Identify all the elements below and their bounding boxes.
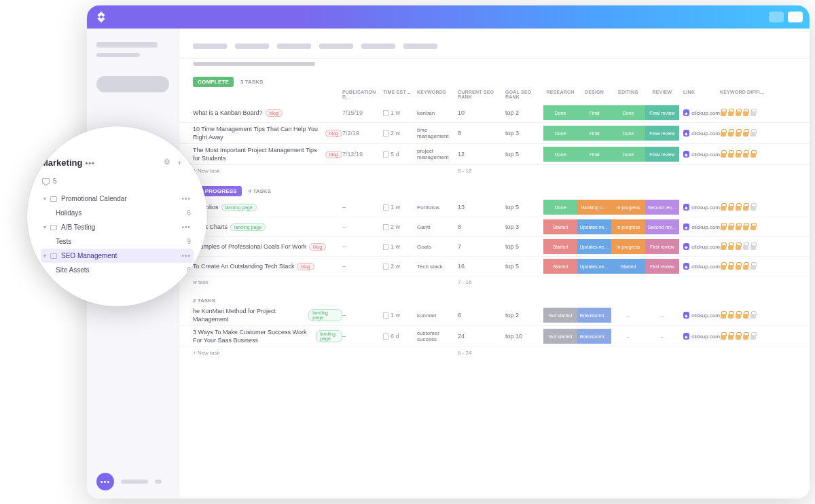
status-cell[interactable]: Updates ne… [577, 259, 611, 274]
seo-rank-cell[interactable]: 8 [458, 130, 505, 137]
task-tag[interactable]: landing page [316, 330, 342, 342]
seo-rank-cell[interactable]: 12 [458, 151, 505, 158]
publication-date[interactable]: – [342, 204, 383, 211]
link-cell[interactable]: ◆clickup.com [679, 312, 720, 319]
task-tag[interactable]: landing page [230, 223, 266, 231]
status-cell[interactable]: Final [577, 105, 611, 120]
keywords-cell[interactable]: Portfolios [417, 204, 458, 211]
sidebar-item[interactable]: ▾Promotional Calendar••• [41, 192, 194, 206]
status-cell[interactable]: Second rev… [645, 219, 679, 234]
status-cell[interactable]: – [645, 329, 679, 344]
space-title[interactable]: Marketing [41, 158, 82, 168]
status-cell[interactable]: In progress [611, 200, 645, 215]
group-status-label[interactable]: COMPLETE [193, 77, 234, 87]
time-estimate[interactable]: 2 w [383, 263, 417, 270]
goal-rank-cell[interactable]: top 2 [505, 109, 543, 116]
status-cell[interactable]: First review [645, 239, 679, 254]
more-icon[interactable]: ••• [181, 223, 191, 231]
status-cell[interactable]: Second rev… [645, 200, 679, 215]
status-cell[interactable]: Started [611, 259, 645, 274]
time-estimate[interactable]: 1 w [383, 312, 417, 319]
status-cell[interactable]: Updates ne… [577, 219, 611, 234]
chevron-down-icon[interactable]: ▾ [43, 196, 46, 202]
status-cell[interactable]: Done [611, 147, 645, 162]
status-cell[interactable]: First review [645, 259, 679, 274]
goal-rank-cell[interactable]: top 5 [505, 243, 543, 250]
chevron-down-icon[interactable]: ▾ [43, 253, 46, 259]
task-row[interactable]: he KonMari Method for Project Management… [179, 305, 810, 326]
status-cell[interactable]: – [611, 308, 645, 323]
publication-date[interactable]: 7/15/19 [342, 109, 383, 116]
time-estimate[interactable]: 6 d [383, 333, 417, 340]
task-tag[interactable]: landing page [221, 204, 257, 211]
status-cell[interactable]: Final review [645, 105, 679, 120]
link-cell[interactable]: ◆clickup.com [679, 263, 720, 270]
task-tag[interactable]: blog [297, 263, 314, 270]
task-row[interactable]: The Most Important Project Management Ti… [179, 144, 810, 165]
goal-rank-cell[interactable]: top 5 [505, 151, 543, 158]
publication-date[interactable]: – [342, 223, 383, 230]
task-tag[interactable]: blog [309, 243, 326, 251]
keywords-cell[interactable]: kanban [417, 110, 458, 116]
publication-date[interactable]: 7/2/19 [342, 130, 383, 137]
link-cell[interactable]: ◆clickup.com [679, 243, 720, 250]
link-cell[interactable]: ◆clickup.com [679, 151, 720, 158]
publication-date[interactable]: – [342, 333, 383, 340]
status-cell[interactable]: Updates ne… [577, 239, 611, 254]
time-estimate[interactable]: 5 d [383, 151, 417, 158]
new-task-button[interactable]: + New task [193, 168, 220, 174]
publication-date[interactable]: 7/12/19 [342, 151, 383, 158]
status-cell[interactable]: Started [543, 219, 577, 234]
status-cell[interactable]: Not started [543, 329, 577, 344]
chevron-down-icon[interactable]: ▾ [43, 224, 46, 230]
status-cell[interactable]: Working o… [577, 200, 611, 215]
keywords-cell[interactable]: project management [417, 148, 458, 160]
sidebar-item[interactable]: Holidays6 [41, 206, 194, 220]
goal-rank-cell[interactable]: top 3 [505, 223, 543, 230]
comments-row[interactable]: 5 [41, 175, 194, 192]
search-input[interactable] [96, 76, 169, 92]
task-row[interactable]: Examples of Professional Goals For Workb… [179, 237, 810, 257]
status-cell[interactable]: Final review [645, 147, 679, 162]
status-cell[interactable]: Final [577, 147, 611, 162]
keywords-cell[interactable]: Gantt [417, 224, 458, 230]
status-cell[interactable]: Done [611, 105, 645, 120]
time-estimate[interactable]: 2 w [383, 130, 417, 137]
sidebar-item[interactable]: Tests9 [41, 234, 194, 249]
status-cell[interactable]: – [645, 308, 679, 323]
seo-rank-cell[interactable]: 10 [458, 109, 505, 116]
status-cell[interactable]: In progress [611, 239, 645, 254]
status-cell[interactable]: Done [611, 126, 645, 141]
status-cell[interactable]: Not started [543, 308, 577, 323]
link-cell[interactable]: ◆clickup.com [679, 130, 720, 137]
seo-rank-cell[interactable]: 24 [458, 333, 505, 340]
more-icon[interactable]: ••• [181, 252, 191, 259]
status-cell[interactable]: Done [543, 200, 577, 215]
status-cell[interactable]: – [611, 329, 645, 344]
status-cell[interactable]: Done [543, 126, 577, 141]
goal-rank-cell[interactable]: top 3 [505, 130, 543, 137]
task-row[interactable]: What is a Kanban Board?blog7/15/191 wkan… [179, 103, 810, 123]
seo-rank-cell[interactable]: 6 [458, 312, 505, 319]
new-task-button[interactable]: w task [193, 279, 209, 285]
status-cell[interactable]: Brainstormi… [577, 308, 611, 323]
gear-icon[interactable]: ⚙ [164, 158, 170, 168]
goal-rank-cell[interactable]: top 5 [505, 263, 543, 270]
titlebar-pill[interactable] [769, 12, 784, 22]
publication-date[interactable]: – [342, 312, 383, 319]
chat-button[interactable]: ••• [96, 473, 114, 490]
new-task-button[interactable]: + New task [193, 350, 220, 356]
keywords-cell[interactable]: Tech stack [417, 264, 458, 270]
link-cell[interactable]: ◆clickup.com [679, 204, 720, 211]
goal-rank-cell[interactable]: top 10 [505, 333, 543, 340]
task-row[interactable]: To Create An Outstanding Tech Stackblog–… [179, 257, 810, 276]
link-cell[interactable]: ◆clickup.com [679, 223, 720, 230]
keywords-cell[interactable]: konmari [417, 312, 458, 319]
status-cell[interactable]: Started [543, 239, 577, 254]
keywords-cell[interactable]: customer success [417, 330, 458, 342]
status-cell[interactable]: Final review [645, 126, 679, 141]
more-icon[interactable]: ••• [85, 159, 95, 167]
status-cell[interactable]: Final [577, 126, 611, 141]
goal-rank-cell[interactable]: top 2 [505, 312, 543, 319]
seo-rank-cell[interactable]: 8 [458, 223, 505, 230]
